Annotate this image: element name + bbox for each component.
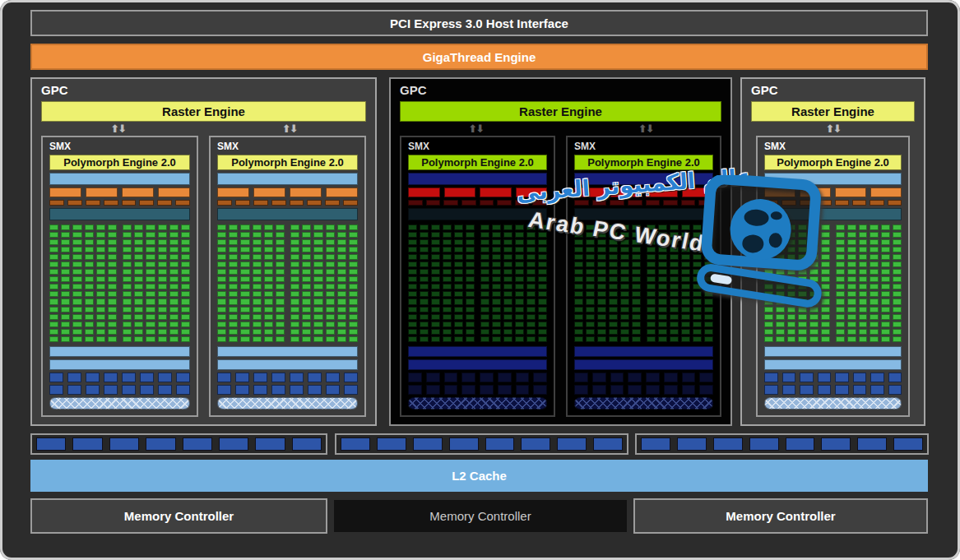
cuda-core bbox=[881, 322, 890, 327]
cuda-core bbox=[859, 299, 868, 304]
cuda-core bbox=[337, 239, 346, 245]
cuda-core bbox=[809, 291, 819, 297]
cuda-core bbox=[431, 284, 440, 289]
cuda-core bbox=[85, 239, 94, 245]
cuda-core bbox=[847, 247, 856, 252]
cuda-core bbox=[443, 314, 452, 320]
cuda-core bbox=[454, 232, 463, 238]
smx-block: SMXPolymorph Engine 2.0 bbox=[400, 136, 555, 418]
cuda-core bbox=[870, 329, 879, 335]
cuda-core bbox=[821, 276, 830, 282]
cuda-core bbox=[337, 269, 346, 275]
cuda-core bbox=[264, 261, 273, 267]
cuda-core bbox=[253, 254, 262, 260]
cuda-core bbox=[123, 336, 132, 342]
scheduler-unit bbox=[682, 187, 714, 197]
cuda-core bbox=[61, 329, 70, 335]
cuda-core-grid-right bbox=[290, 224, 358, 343]
load-store-unit bbox=[271, 385, 285, 395]
load-store-unit bbox=[49, 373, 63, 382]
cuda-core bbox=[492, 299, 501, 304]
cuda-core bbox=[276, 261, 285, 267]
cuda-core bbox=[586, 284, 595, 289]
cuda-core bbox=[609, 299, 618, 304]
cuda-core bbox=[290, 276, 299, 282]
cuda-core bbox=[181, 232, 190, 238]
cuda-core bbox=[704, 307, 713, 312]
cuda-core-grid-left bbox=[764, 224, 830, 343]
cuda-core bbox=[290, 232, 299, 238]
cuda-core bbox=[108, 307, 117, 312]
cuda-core bbox=[466, 261, 475, 267]
dispatch-unit bbox=[235, 200, 250, 206]
cuda-core bbox=[870, 284, 879, 289]
load-store-unit bbox=[140, 385, 154, 395]
cuda-core bbox=[240, 276, 249, 282]
cuda-core bbox=[96, 291, 105, 297]
cuda-core bbox=[123, 239, 132, 245]
cuda-core bbox=[326, 284, 335, 289]
cuda-core bbox=[764, 284, 773, 289]
cuda-core bbox=[326, 269, 335, 275]
cuda-core bbox=[881, 224, 890, 230]
cuda-core bbox=[454, 239, 463, 245]
cuda-core bbox=[240, 247, 249, 252]
cuda-core bbox=[515, 269, 524, 275]
cuda-core bbox=[264, 269, 273, 275]
cuda-core bbox=[276, 239, 285, 245]
cuda-core bbox=[431, 322, 440, 327]
polymorph-engine-bar: Polymorph Engine 2.0 bbox=[764, 155, 902, 170]
cuda-core bbox=[526, 276, 536, 282]
cuda-core bbox=[670, 307, 679, 312]
cuda-core bbox=[61, 284, 70, 289]
cuda-core bbox=[836, 329, 845, 335]
cuda-core bbox=[408, 239, 417, 245]
cuda-core bbox=[776, 322, 785, 327]
cuda-core bbox=[408, 261, 417, 267]
scheduler-unit bbox=[49, 187, 81, 197]
cuda-core bbox=[253, 291, 262, 297]
cuda-core bbox=[96, 239, 105, 245]
cuda-core bbox=[96, 269, 105, 275]
cuda-core bbox=[821, 254, 830, 260]
cuda-core bbox=[85, 299, 94, 304]
pci-express-host-interface-bar: PCI Express 3.0 Host Interface bbox=[30, 10, 928, 36]
cuda-core bbox=[302, 322, 311, 327]
cuda-core bbox=[61, 261, 70, 267]
cuda-core bbox=[704, 224, 713, 230]
cuda-core bbox=[821, 299, 830, 304]
cuda-core bbox=[96, 254, 105, 260]
dispatch-unit bbox=[157, 200, 172, 206]
register-file-bar bbox=[49, 208, 190, 220]
cuda-core bbox=[123, 224, 132, 230]
cuda-core bbox=[146, 329, 155, 335]
cuda-core bbox=[264, 307, 273, 312]
cuda-core bbox=[670, 247, 679, 252]
cuda-core bbox=[658, 247, 667, 252]
cuda-core bbox=[681, 224, 690, 230]
cuda-core bbox=[96, 276, 105, 282]
gpu-block-diagram: PCI Express 3.0 Host Interface GigaThrea… bbox=[0, 0, 960, 560]
cuda-core bbox=[787, 239, 796, 245]
cuda-core bbox=[134, 314, 143, 320]
cuda-core bbox=[108, 269, 117, 275]
cuda-core bbox=[647, 322, 656, 327]
cuda-core bbox=[123, 284, 132, 289]
load-store-unit bbox=[426, 373, 440, 382]
cuda-core bbox=[181, 322, 190, 327]
cuda-core bbox=[776, 254, 785, 260]
load-store-unit-row bbox=[217, 373, 358, 382]
polymorph-engine-bar: Polymorph Engine 2.0 bbox=[574, 155, 713, 170]
cuda-core bbox=[693, 261, 702, 267]
load-store-unit bbox=[888, 385, 902, 395]
cuda-core bbox=[647, 247, 656, 252]
cuda-core bbox=[670, 254, 679, 260]
cuda-core bbox=[229, 224, 238, 230]
load-store-unit bbox=[699, 373, 713, 382]
cuda-core bbox=[420, 269, 429, 275]
cuda-core bbox=[217, 247, 226, 252]
up-down-arrows-icon: ⬆⬇ bbox=[391, 123, 561, 134]
cuda-core bbox=[454, 224, 463, 230]
cuda-core bbox=[503, 232, 512, 238]
cuda-core bbox=[85, 291, 94, 297]
